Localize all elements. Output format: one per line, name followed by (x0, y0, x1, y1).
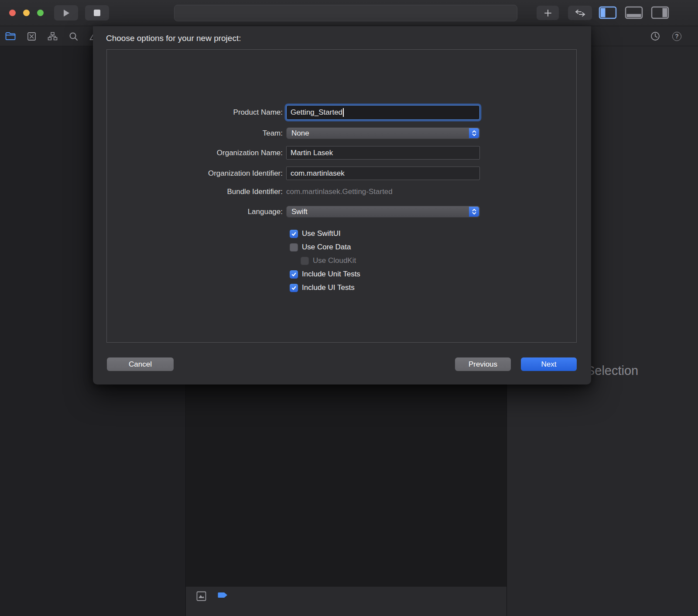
activity-status-field (174, 5, 517, 21)
image-preview-icon[interactable] (196, 591, 206, 601)
inspector-panel-icon (651, 6, 669, 19)
team-popup[interactable]: None (286, 127, 480, 139)
language-popup[interactable]: Swift (286, 206, 480, 218)
next-button[interactable]: Next (521, 357, 577, 371)
dialog-title: Choose options for your new project: (106, 34, 241, 43)
product-name-input[interactable]: Getting_Started (286, 105, 480, 120)
include-unit-tests-label: Include Unit Tests (302, 270, 360, 279)
use-core-data-row: Use Core Data (290, 242, 576, 252)
source-control-tab[interactable] (27, 32, 36, 41)
use-cloudkit-label: Use CloudKit (313, 256, 356, 265)
search-icon (69, 32, 78, 41)
include-ui-tests-label: Include UI Tests (302, 283, 355, 292)
language-label: Language: (107, 208, 286, 216)
minimize-window-button[interactable] (23, 10, 30, 16)
bundle-identifier-value: com.martinlasek.Getting-Started (286, 187, 393, 196)
product-name-value: Getting_Started (291, 108, 342, 117)
use-swiftui-checkbox[interactable] (290, 230, 298, 238)
toggle-navigator-button[interactable] (599, 6, 617, 20)
organization-name-value: Martin Lasek (291, 149, 333, 157)
popup-stepper-icon (469, 128, 479, 138)
editor-bottom-bar (186, 586, 506, 616)
popup-stepper-icon (469, 207, 479, 217)
include-ui-tests-checkbox[interactable] (290, 284, 298, 292)
use-cloudkit-row: Use CloudKit (301, 256, 576, 265)
check-icon (291, 231, 297, 237)
recent-files-button[interactable] (650, 31, 660, 41)
organization-identifier-row: Organization Identifier: com.martinlasek (107, 167, 576, 180)
include-unit-tests-row: Include Unit Tests (290, 269, 576, 279)
previous-button[interactable]: Previous (455, 357, 511, 371)
bundle-identifier-label: Bundle Identifier: (107, 187, 286, 196)
team-popup-value: None (287, 129, 309, 138)
organization-identifier-value: com.martinlasek (291, 169, 345, 178)
cancel-button[interactable]: Cancel (107, 357, 174, 371)
team-row: Team: None (107, 127, 576, 139)
use-core-data-checkbox[interactable] (290, 243, 298, 252)
text-caret (343, 108, 344, 117)
use-cloudkit-checkbox (301, 257, 309, 265)
stop-icon (93, 9, 101, 17)
source-control-icon (27, 32, 36, 41)
organization-name-input[interactable]: Martin Lasek (286, 146, 480, 160)
swap-arrows-icon (575, 9, 586, 17)
organization-name-row: Organization Name: Martin Lasek (107, 146, 576, 160)
hierarchy-icon (48, 32, 58, 41)
organization-name-label: Organization Name: (107, 149, 286, 157)
product-name-row: Product Name: Getting_Started (107, 105, 576, 120)
organization-identifier-input[interactable]: com.martinlasek (286, 167, 480, 180)
run-button[interactable] (54, 5, 78, 20)
traffic-lights (9, 10, 44, 16)
check-icon (291, 285, 297, 291)
product-name-label: Product Name: (107, 108, 286, 117)
panel-toggle-group (599, 6, 669, 20)
use-swiftui-label: Use SwiftUI (302, 229, 341, 238)
xcode-window: No Selection (0, 0, 698, 616)
language-row: Language: Swift (107, 206, 576, 218)
language-popup-value: Swift (287, 208, 308, 216)
tag-icon[interactable] (218, 591, 228, 599)
debug-panel-icon (625, 6, 643, 19)
navigator-tab-bar (5, 26, 99, 46)
navigator-panel-icon (599, 6, 617, 19)
folder-icon (5, 32, 16, 41)
titlebar (0, 0, 698, 26)
team-label: Team: (107, 129, 286, 138)
use-swiftui-row: Use SwiftUI (290, 229, 576, 238)
include-unit-tests-checkbox[interactable] (290, 270, 298, 279)
toolbar-right-icons: ? (650, 26, 681, 46)
plus-icon (544, 9, 552, 17)
help-icon: ? (672, 32, 681, 41)
clock-icon (650, 31, 660, 41)
toggle-debug-area-button[interactable] (625, 6, 643, 20)
use-core-data-label: Use Core Data (302, 243, 351, 252)
project-options-form: Product Name: Getting_Started Team: None (107, 105, 576, 296)
find-navigator-tab[interactable] (69, 32, 78, 41)
include-ui-tests-row: Include UI Tests (290, 283, 576, 293)
library-add-button[interactable] (537, 6, 559, 20)
project-navigator-tab[interactable] (5, 32, 16, 41)
code-review-button[interactable] (568, 6, 592, 20)
bundle-identifier-row: Bundle Identifier: com.martinlasek.Getti… (107, 187, 576, 196)
options-panel: Product Name: Getting_Started Team: None (106, 49, 577, 343)
zoom-window-button[interactable] (37, 10, 44, 16)
options-checkbox-group: Use SwiftUI Use Core Data Use CloudKit (290, 229, 576, 293)
toggle-inspector-button[interactable] (651, 6, 669, 20)
stop-button[interactable] (85, 5, 109, 20)
check-icon (291, 272, 297, 277)
close-window-button[interactable] (9, 10, 16, 16)
help-button[interactable]: ? (672, 32, 681, 41)
symbol-navigator-tab[interactable] (48, 32, 58, 41)
organization-identifier-label: Organization Identifier: (107, 169, 286, 178)
play-icon (62, 9, 70, 17)
new-project-options-dialog: Choose options for your new project: Pro… (93, 26, 591, 385)
